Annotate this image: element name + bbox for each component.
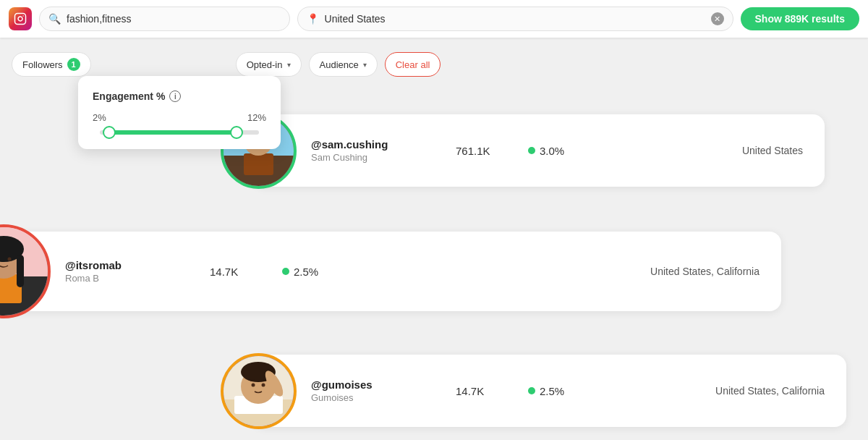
slider-thumb-right[interactable] xyxy=(230,126,243,139)
gum-info: @gumoises Gumoises xyxy=(311,378,456,403)
search-bar[interactable]: 🔍 xyxy=(39,7,290,31)
opted-in-chevron-icon: ▾ xyxy=(287,61,291,69)
engagement-panel-title: Engagement % i xyxy=(93,90,266,102)
svg-rect-4 xyxy=(244,153,273,175)
slider-thumb-left[interactable] xyxy=(103,126,116,139)
opted-in-label: Opted-in xyxy=(247,59,283,70)
sam-info: @sam.cushing Sam Cushing xyxy=(311,138,456,163)
show-results-button[interactable]: Show 889K results xyxy=(741,7,860,30)
audience-filter[interactable]: Audience ▾ xyxy=(309,52,378,77)
followers-badge: 1 xyxy=(67,58,80,71)
sam-handle: @sam.cushing xyxy=(311,138,456,151)
range-min-label: 2% xyxy=(93,112,106,123)
svg-rect-0 xyxy=(15,14,26,25)
top-bar: 🔍 📍 ✕ Show 889K results xyxy=(0,0,868,38)
gum-location: United States, California xyxy=(615,385,825,397)
avatar-roma xyxy=(0,224,51,318)
avatar-wrap-gum xyxy=(221,353,297,429)
engagement-info-icon[interactable]: i xyxy=(169,90,181,102)
gum-name: Gumoises xyxy=(311,392,456,403)
opted-in-filter[interactable]: Opted-in ▾ xyxy=(236,52,302,77)
sam-engagement-dot xyxy=(528,147,535,154)
gum-handle: @gumoises xyxy=(311,378,456,391)
sam-location: United States xyxy=(615,145,803,156)
avatar-wrap-roma xyxy=(0,224,51,318)
roma-name: Roma B xyxy=(65,273,210,284)
followers-filter[interactable]: Followers 1 xyxy=(12,52,91,77)
instagram-icon[interactable] xyxy=(9,7,32,30)
search-icon: 🔍 xyxy=(48,13,61,25)
location-input[interactable] xyxy=(325,13,705,25)
influencer-card-gum[interactable]: @gumoises Gumoises 14.7K 2.5% United Sta… xyxy=(253,355,846,427)
influencer-card-roma[interactable]: @itsromab Roma B 14.7K 2.5% United State… xyxy=(0,232,781,311)
clear-all-label: Clear all xyxy=(396,59,430,70)
roma-handle: @itsromab xyxy=(65,259,210,271)
location-bar[interactable]: 📍 ✕ xyxy=(297,7,733,31)
range-slider-track[interactable] xyxy=(100,130,259,135)
range-labels: 2% 12% xyxy=(93,112,266,123)
roma-engagement: 2.5% xyxy=(282,266,369,278)
sam-name: Sam Cushing xyxy=(311,152,456,163)
influencer-card-sam[interactable]: @sam.cushing Sam Cushing 761.1K 3.0% Uni… xyxy=(253,114,825,187)
gum-followers: 14.7K xyxy=(456,385,528,397)
roma-info: @itsromab Roma B xyxy=(65,259,210,284)
followers-label: Followers xyxy=(22,59,63,70)
slider-fill xyxy=(109,130,237,135)
gum-engagement-dot xyxy=(528,387,535,394)
sam-engagement: 3.0% xyxy=(528,145,615,157)
audience-chevron-icon: ▾ xyxy=(363,61,367,69)
gum-engagement: 2.5% xyxy=(528,385,615,397)
engagement-panel: Engagement % i 2% 12% xyxy=(78,76,281,149)
roma-followers: 14.7K xyxy=(210,266,282,278)
clear-all-button[interactable]: Clear all xyxy=(385,52,441,77)
svg-rect-15 xyxy=(17,255,24,287)
svg-point-17 xyxy=(8,258,12,261)
audience-label: Audience xyxy=(320,59,359,70)
svg-point-26 xyxy=(262,383,265,386)
avatar-gum xyxy=(221,353,297,429)
svg-point-25 xyxy=(252,383,255,386)
clear-location-button[interactable]: ✕ xyxy=(711,12,724,25)
search-input[interactable] xyxy=(67,13,281,25)
location-pin-icon: 📍 xyxy=(307,13,319,25)
roma-engagement-dot xyxy=(282,268,289,275)
range-max-label: 12% xyxy=(247,112,266,123)
roma-location: United States, California xyxy=(369,266,760,277)
sam-followers: 761.1K xyxy=(456,145,528,157)
